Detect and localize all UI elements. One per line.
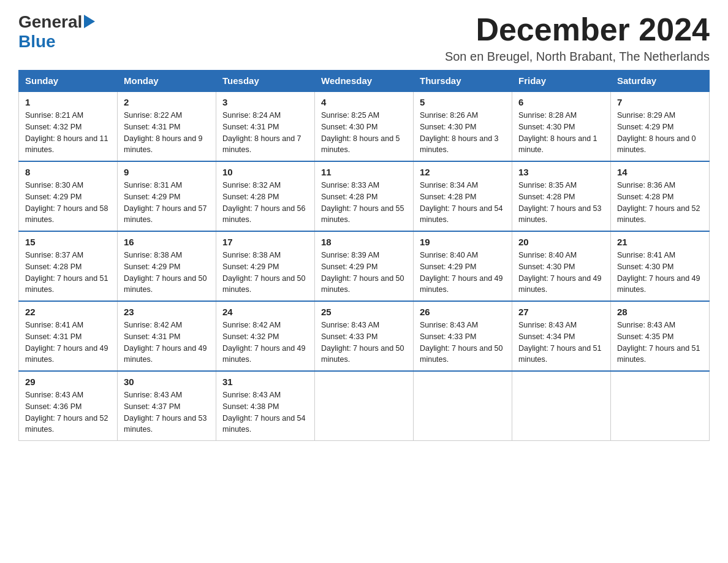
day-number: 30 [124, 377, 210, 387]
day-info: Sunrise: 8:21 AM Sunset: 4:32 PM Dayligh… [25, 110, 111, 156]
calendar-cell: 2 Sunrise: 8:22 AM Sunset: 4:31 PM Dayli… [118, 91, 216, 161]
day-number: 29 [25, 377, 111, 387]
day-info: Sunrise: 8:31 AM Sunset: 4:29 PM Dayligh… [124, 180, 210, 226]
calendar-cell: 20 Sunrise: 8:40 AM Sunset: 4:30 PM Dayl… [512, 231, 611, 301]
day-number: 26 [420, 307, 506, 317]
calendar-cell: 27 Sunrise: 8:43 AM Sunset: 4:34 PM Dayl… [512, 301, 611, 371]
day-info: Sunrise: 8:32 AM Sunset: 4:28 PM Dayligh… [222, 180, 308, 226]
calendar-cell [512, 371, 611, 441]
calendar-cell: 24 Sunrise: 8:42 AM Sunset: 4:32 PM Dayl… [216, 301, 315, 371]
svg-marker-0 [84, 15, 95, 28]
logo: General Blue [18, 12, 95, 52]
logo-arrow-icon [84, 15, 95, 31]
day-number: 7 [617, 97, 703, 107]
calendar-cell: 13 Sunrise: 8:35 AM Sunset: 4:28 PM Dayl… [512, 161, 611, 231]
day-info: Sunrise: 8:38 AM Sunset: 4:29 PM Dayligh… [222, 250, 308, 296]
day-number: 20 [518, 237, 604, 247]
day-number: 25 [321, 307, 407, 317]
day-header-thursday: Thursday [414, 71, 512, 92]
day-number: 4 [321, 97, 407, 107]
day-number: 22 [25, 307, 111, 317]
day-number: 19 [420, 237, 506, 247]
day-info: Sunrise: 8:41 AM Sunset: 4:31 PM Dayligh… [25, 320, 111, 366]
calendar-cell: 12 Sunrise: 8:34 AM Sunset: 4:28 PM Dayl… [414, 161, 512, 231]
calendar-cell: 3 Sunrise: 8:24 AM Sunset: 4:31 PM Dayli… [216, 91, 315, 161]
day-number: 2 [124, 97, 210, 107]
day-info: Sunrise: 8:24 AM Sunset: 4:31 PM Dayligh… [222, 110, 308, 156]
day-number: 10 [222, 167, 308, 177]
day-number: 16 [124, 237, 210, 247]
day-info: Sunrise: 8:25 AM Sunset: 4:30 PM Dayligh… [321, 110, 407, 156]
day-number: 5 [420, 97, 506, 107]
day-number: 3 [222, 97, 308, 107]
day-info: Sunrise: 8:43 AM Sunset: 4:35 PM Dayligh… [617, 320, 703, 366]
calendar-cell: 14 Sunrise: 8:36 AM Sunset: 4:28 PM Dayl… [611, 161, 710, 231]
week-row-2: 8 Sunrise: 8:30 AM Sunset: 4:29 PM Dayli… [19, 161, 710, 231]
day-header-wednesday: Wednesday [315, 71, 414, 92]
calendar-cell: 25 Sunrise: 8:43 AM Sunset: 4:33 PM Dayl… [315, 301, 414, 371]
day-number: 13 [518, 167, 604, 177]
day-header-tuesday: Tuesday [216, 71, 315, 92]
day-header-saturday: Saturday [611, 71, 710, 92]
day-number: 9 [124, 167, 210, 177]
day-info: Sunrise: 8:43 AM Sunset: 4:36 PM Dayligh… [25, 389, 111, 435]
calendar-cell [414, 371, 512, 441]
week-row-1: 1 Sunrise: 8:21 AM Sunset: 4:32 PM Dayli… [19, 91, 710, 161]
calendar-cell: 18 Sunrise: 8:39 AM Sunset: 4:29 PM Dayl… [315, 231, 414, 301]
day-info: Sunrise: 8:36 AM Sunset: 4:28 PM Dayligh… [617, 180, 703, 226]
day-number: 27 [518, 307, 604, 317]
calendar-cell: 21 Sunrise: 8:41 AM Sunset: 4:30 PM Dayl… [611, 231, 710, 301]
day-info: Sunrise: 8:43 AM Sunset: 4:38 PM Dayligh… [222, 389, 308, 435]
calendar-cell: 26 Sunrise: 8:43 AM Sunset: 4:33 PM Dayl… [414, 301, 512, 371]
calendar-cell: 17 Sunrise: 8:38 AM Sunset: 4:29 PM Dayl… [216, 231, 315, 301]
week-row-3: 15 Sunrise: 8:37 AM Sunset: 4:28 PM Dayl… [19, 231, 710, 301]
day-info: Sunrise: 8:42 AM Sunset: 4:32 PM Dayligh… [222, 320, 308, 366]
day-info: Sunrise: 8:40 AM Sunset: 4:29 PM Dayligh… [420, 250, 506, 296]
calendar-cell [315, 371, 414, 441]
day-info: Sunrise: 8:40 AM Sunset: 4:30 PM Dayligh… [518, 250, 604, 296]
calendar-cell: 6 Sunrise: 8:28 AM Sunset: 4:30 PM Dayli… [512, 91, 611, 161]
day-number: 28 [617, 307, 703, 317]
week-row-5: 29 Sunrise: 8:43 AM Sunset: 4:36 PM Dayl… [19, 371, 710, 441]
calendar-cell: 9 Sunrise: 8:31 AM Sunset: 4:29 PM Dayli… [118, 161, 216, 231]
day-number: 11 [321, 167, 407, 177]
day-info: Sunrise: 8:28 AM Sunset: 4:30 PM Dayligh… [518, 110, 604, 156]
day-info: Sunrise: 8:43 AM Sunset: 4:33 PM Dayligh… [420, 320, 506, 366]
day-number: 6 [518, 97, 604, 107]
calendar-cell: 15 Sunrise: 8:37 AM Sunset: 4:28 PM Dayl… [19, 231, 118, 301]
calendar-cell: 30 Sunrise: 8:43 AM Sunset: 4:37 PM Dayl… [118, 371, 216, 441]
day-header-monday: Monday [118, 71, 216, 92]
calendar-cell: 31 Sunrise: 8:43 AM Sunset: 4:38 PM Dayl… [216, 371, 315, 441]
calendar-cell: 28 Sunrise: 8:43 AM Sunset: 4:35 PM Dayl… [611, 301, 710, 371]
day-number: 23 [124, 307, 210, 317]
calendar-cell: 22 Sunrise: 8:41 AM Sunset: 4:31 PM Dayl… [19, 301, 118, 371]
calendar-cell: 23 Sunrise: 8:42 AM Sunset: 4:31 PM Dayl… [118, 301, 216, 371]
day-info: Sunrise: 8:37 AM Sunset: 4:28 PM Dayligh… [25, 250, 111, 296]
calendar-header-row: SundayMondayTuesdayWednesdayThursdayFrid… [19, 71, 710, 92]
month-title: December 2024 [445, 12, 710, 47]
day-info: Sunrise: 8:43 AM Sunset: 4:34 PM Dayligh… [518, 320, 604, 366]
day-number: 18 [321, 237, 407, 247]
day-info: Sunrise: 8:42 AM Sunset: 4:31 PM Dayligh… [124, 320, 210, 366]
day-header-sunday: Sunday [19, 71, 118, 92]
day-number: 1 [25, 97, 111, 107]
calendar-table: SundayMondayTuesdayWednesdayThursdayFrid… [18, 70, 710, 441]
day-info: Sunrise: 8:43 AM Sunset: 4:37 PM Dayligh… [124, 389, 210, 435]
day-info: Sunrise: 8:35 AM Sunset: 4:28 PM Dayligh… [518, 180, 604, 226]
calendar-cell: 1 Sunrise: 8:21 AM Sunset: 4:32 PM Dayli… [19, 91, 118, 161]
day-number: 15 [25, 237, 111, 247]
calendar-cell: 8 Sunrise: 8:30 AM Sunset: 4:29 PM Dayli… [19, 161, 118, 231]
logo-general-text: General [18, 12, 82, 32]
day-info: Sunrise: 8:30 AM Sunset: 4:29 PM Dayligh… [25, 180, 111, 226]
calendar-cell: 19 Sunrise: 8:40 AM Sunset: 4:29 PM Dayl… [414, 231, 512, 301]
calendar-cell: 10 Sunrise: 8:32 AM Sunset: 4:28 PM Dayl… [216, 161, 315, 231]
day-info: Sunrise: 8:29 AM Sunset: 4:29 PM Dayligh… [617, 110, 703, 156]
day-info: Sunrise: 8:22 AM Sunset: 4:31 PM Dayligh… [124, 110, 210, 156]
day-info: Sunrise: 8:26 AM Sunset: 4:30 PM Dayligh… [420, 110, 506, 156]
day-number: 12 [420, 167, 506, 177]
day-number: 21 [617, 237, 703, 247]
day-number: 17 [222, 237, 308, 247]
day-info: Sunrise: 8:41 AM Sunset: 4:30 PM Dayligh… [617, 250, 703, 296]
day-info: Sunrise: 8:33 AM Sunset: 4:28 PM Dayligh… [321, 180, 407, 226]
day-number: 24 [222, 307, 308, 317]
